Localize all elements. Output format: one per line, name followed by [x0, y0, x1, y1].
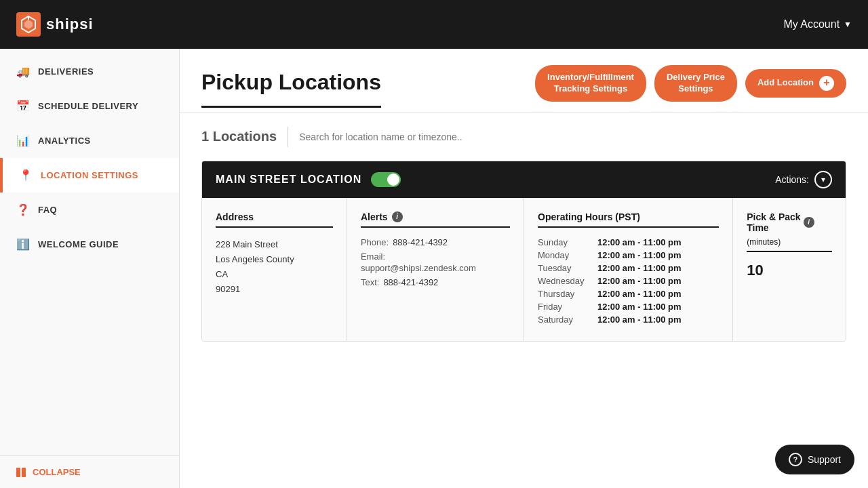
- phone-value: 888-421-4392: [393, 237, 448, 247]
- hours-header: Operating Hours (PST): [538, 211, 719, 228]
- sidebar-item-schedule-delivery[interactable]: 📅 SCHEDULE DELIVERY: [0, 89, 179, 123]
- support-button[interactable]: ? Support: [775, 445, 854, 474]
- day-sunday: Sunday: [538, 237, 592, 247]
- time-wednesday: 12:00 am - 11:00 pm: [597, 276, 682, 286]
- day-wednesday: Wednesday: [538, 276, 592, 286]
- location-toggle[interactable]: [371, 172, 401, 187]
- my-account-label: My Account: [783, 18, 840, 30]
- support-label: Support: [808, 454, 841, 465]
- day-monday: Monday: [538, 250, 592, 260]
- address-line2: Los Angeles County: [216, 252, 333, 267]
- delivery-price-button[interactable]: Delivery PriceSettings: [654, 65, 737, 102]
- shipsi-logo-icon: [16, 12, 41, 37]
- header-buttons: Inventory/FulfillmentTracking Settings D…: [535, 65, 846, 113]
- sidebar-item-analytics[interactable]: 📊 ANALYTICS: [0, 123, 179, 158]
- time-monday: 12:00 am - 11:00 pm: [597, 250, 682, 260]
- time-sunday: 12:00 am - 11:00 pm: [597, 237, 682, 247]
- inventory-button-label: Inventory/FulfillmentTracking Settings: [547, 72, 634, 94]
- address-line3: CA: [216, 267, 333, 282]
- sidebar: 🚚 DELIVERIES 📅 SCHEDULE DELIVERY 📊 ANALY…: [0, 49, 180, 488]
- sidebar-label-faq: FAQ: [38, 205, 57, 215]
- pack-header-text: Pick & PackTime: [747, 211, 800, 233]
- alerts-info-icon: i: [392, 211, 403, 222]
- top-header: shipsi My Account ▼: [0, 0, 868, 49]
- location-icon: 📍: [19, 169, 33, 182]
- address-line4: 90291: [216, 282, 333, 297]
- actions-label: Actions:: [775, 174, 809, 185]
- pack-column: Pick & PackTime i (minutes) 10: [733, 198, 846, 341]
- hours-wednesday: Wednesday 12:00 am - 11:00 pm: [538, 276, 719, 286]
- sidebar-item-location-settings[interactable]: 📍 LOCATION SETTINGS: [0, 158, 179, 192]
- actions-dropdown[interactable]: Actions: ▾: [775, 171, 832, 188]
- hours-monday: Monday 12:00 am - 11:00 pm: [538, 250, 719, 260]
- location-name: MAIN STREET LOCATION: [216, 174, 361, 186]
- hours-sunday: Sunday 12:00 am - 11:00 pm: [538, 237, 719, 247]
- my-account-menu[interactable]: My Account ▼: [783, 18, 852, 30]
- inventory-settings-button[interactable]: Inventory/FulfillmentTracking Settings: [535, 65, 646, 102]
- time-friday: 12:00 am - 11:00 pm: [597, 302, 682, 312]
- hours-tuesday: Tuesday 12:00 am - 11:00 pm: [538, 263, 719, 273]
- email-label: Email:: [361, 251, 385, 262]
- email-value: support@shipsi.zendesk.com: [361, 263, 476, 273]
- main-content: Pickup Locations Inventory/FulfillmentTr…: [180, 49, 868, 488]
- pack-subheader: (minutes): [747, 237, 781, 247]
- time-tuesday: 12:00 am - 11:00 pm: [597, 263, 682, 273]
- locations-bar: 1 Locations: [180, 113, 868, 161]
- phone-label: Phone:: [361, 237, 389, 247]
- day-tuesday: Tuesday: [538, 263, 592, 273]
- location-card-header: MAIN STREET LOCATION Actions: ▾: [202, 161, 846, 198]
- delivery-icon: 🚚: [16, 65, 30, 78]
- support-icon: ?: [789, 453, 802, 466]
- chart-icon: 📊: [16, 134, 30, 147]
- collapse-button[interactable]: COLLAPSE: [16, 467, 163, 477]
- actions-chevron-icon: ▾: [814, 171, 832, 188]
- pack-time-value: 10: [747, 262, 832, 279]
- sidebar-bottom: COLLAPSE: [0, 455, 179, 488]
- address-content: 228 Main Street Los Angeles County CA 90…: [216, 237, 333, 297]
- alerts-header-text: Alerts: [361, 211, 388, 222]
- info-icon: ℹ️: [16, 238, 30, 251]
- chevron-down-icon: ▼: [844, 20, 852, 29]
- day-friday: Friday: [538, 302, 592, 312]
- alert-email-row: Email: support@shipsi.zendesk.com: [361, 251, 510, 273]
- address-line1: 228 Main Street: [216, 237, 333, 252]
- text-label: Text:: [361, 277, 379, 287]
- logo: shipsi: [16, 12, 94, 37]
- alerts-header: Alerts i: [361, 211, 510, 228]
- time-saturday: 12:00 am - 11:00 pm: [597, 314, 682, 325]
- sidebar-label-deliveries: DELIVERIES: [38, 66, 94, 77]
- sidebar-label-analytics: ANALYTICS: [38, 136, 91, 146]
- collapse-icon: [16, 468, 26, 477]
- sidebar-item-deliveries[interactable]: 🚚 DELIVERIES: [0, 54, 179, 89]
- sidebar-label-welcome: WELCOME GUIDE: [38, 239, 119, 249]
- search-input[interactable]: [299, 127, 846, 146]
- delivery-price-label: Delivery PriceSettings: [667, 72, 725, 94]
- pack-header: Pick & PackTime i (minutes): [747, 211, 832, 252]
- alert-text-row: Text: 888-421-4392: [361, 277, 510, 287]
- collapse-label: COLLAPSE: [33, 467, 81, 477]
- time-thursday: 12:00 am - 11:00 pm: [597, 289, 682, 299]
- location-card: MAIN STREET LOCATION Actions: ▾ Address …: [201, 161, 846, 342]
- sidebar-item-welcome-guide[interactable]: ℹ️ WELCOME GUIDE: [0, 227, 179, 262]
- location-card-body: Address 228 Main Street Los Angeles Coun…: [202, 198, 846, 341]
- page-title: Pickup Locations: [201, 70, 381, 108]
- add-location-button[interactable]: Add Location +: [745, 69, 846, 98]
- sidebar-item-faq[interactable]: ❓ FAQ: [0, 192, 179, 227]
- sidebar-label-location-settings: LOCATION SETTINGS: [41, 170, 138, 180]
- address-column: Address 228 Main Street Los Angeles Coun…: [202, 198, 347, 341]
- plus-circle-icon: +: [819, 76, 834, 91]
- day-thursday: Thursday: [538, 289, 592, 299]
- vertical-divider: [288, 127, 288, 147]
- text-value: 888-421-4392: [383, 277, 438, 287]
- location-name-area: MAIN STREET LOCATION: [216, 172, 401, 187]
- add-location-label: Add Location: [757, 77, 814, 89]
- alert-phone-row: Phone: 888-421-4392: [361, 237, 510, 247]
- locations-count: 1 Locations: [201, 129, 277, 144]
- sidebar-nav: 🚚 DELIVERIES 📅 SCHEDULE DELIVERY 📊 ANALY…: [0, 49, 179, 267]
- faq-icon: ❓: [16, 203, 30, 216]
- hours-column: Operating Hours (PST) Sunday 12:00 am - …: [524, 198, 733, 341]
- pack-info-icon: i: [804, 217, 814, 228]
- hours-thursday: Thursday 12:00 am - 11:00 pm: [538, 289, 719, 299]
- hours-friday: Friday 12:00 am - 11:00 pm: [538, 302, 719, 312]
- hours-table: Sunday 12:00 am - 11:00 pm Monday 12:00 …: [538, 237, 719, 325]
